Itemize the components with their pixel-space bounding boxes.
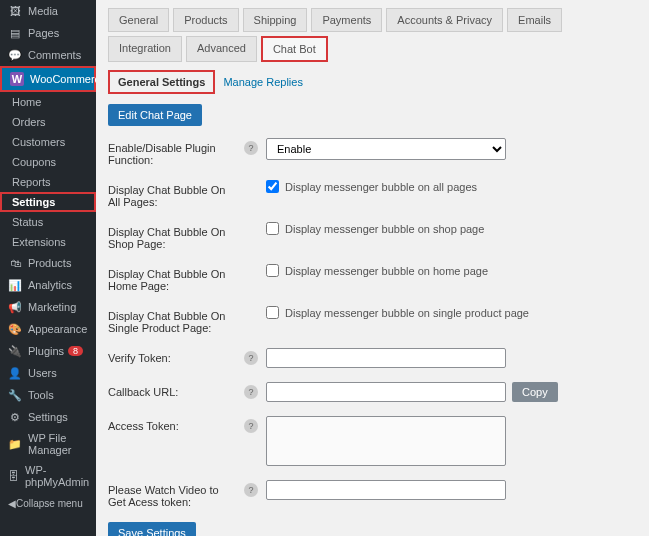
db-icon: 🗄	[8, 469, 19, 483]
sidebar-item-label: Analytics	[28, 279, 72, 291]
sidebar-sub-coupons[interactable]: Coupons	[0, 152, 96, 172]
sidebar-item-label: WP File Manager	[28, 432, 88, 456]
subtab-manage-replies[interactable]: Manage Replies	[215, 72, 311, 92]
sidebar-item-tools[interactable]: 🔧Tools	[0, 384, 96, 406]
tab-chatbot[interactable]: Chat Bot	[261, 36, 328, 62]
tools-icon: 🔧	[8, 388, 22, 402]
woocommerce-icon: W	[10, 72, 24, 86]
cb-label-single: Display messenger bubble on single produ…	[285, 307, 529, 319]
sidebar-sub-home[interactable]: Home	[0, 92, 96, 112]
sidebar-item-label: Media	[28, 5, 58, 17]
users-icon: 👤	[8, 366, 22, 380]
sidebar-item-label: Users	[28, 367, 57, 379]
label-enable: Enable/Disable Plugin Function:	[108, 138, 238, 166]
sidebar-item-label: Appearance	[28, 323, 87, 335]
sidebar-item-comments[interactable]: 💬Comments	[0, 44, 96, 66]
save-settings-button[interactable]: Save Settings	[108, 522, 196, 536]
label-callback: Callback URL:	[108, 382, 238, 398]
tab-emails[interactable]: Emails	[507, 8, 562, 32]
sidebar-item-marketing[interactable]: 📢Marketing	[0, 296, 96, 318]
tab-general[interactable]: General	[108, 8, 169, 32]
sidebar-sub-settings[interactable]: Settings	[0, 192, 96, 212]
sidebar-item-wpfilemanager[interactable]: 📁WP File Manager	[0, 428, 96, 460]
pages-icon: ▤	[8, 26, 22, 40]
sidebar-item-label: Pages	[28, 27, 59, 39]
admin-sidebar: 🖾Media ▤Pages 💬Comments WWooCommerce Hom…	[0, 0, 96, 536]
checkbox-shop[interactable]	[266, 222, 279, 235]
sidebar-sub-reports[interactable]: Reports	[0, 172, 96, 192]
file-icon: 📁	[8, 437, 22, 451]
checkbox-home[interactable]	[266, 264, 279, 277]
tab-accounts[interactable]: Accounts & Privacy	[386, 8, 503, 32]
sidebar-item-products[interactable]: 🛍Products	[0, 252, 96, 274]
sidebar-item-plugins[interactable]: 🔌Plugins8	[0, 340, 96, 362]
sidebar-item-analytics[interactable]: 📊Analytics	[0, 274, 96, 296]
label-allpages: Display Chat Bubble On All Pages:	[108, 180, 238, 208]
sidebar-sub-orders[interactable]: Orders	[0, 112, 96, 132]
sidebar-item-users[interactable]: 👤Users	[0, 362, 96, 384]
collapse-menu[interactable]: ◀Collapse menu	[0, 492, 96, 515]
help-icon[interactable]: ?	[244, 351, 258, 365]
checkbox-single[interactable]	[266, 306, 279, 319]
sidebar-item-appearance[interactable]: 🎨Appearance	[0, 318, 96, 340]
label-single: Display Chat Bubble On Single Product Pa…	[108, 306, 238, 334]
appearance-icon: 🎨	[8, 322, 22, 336]
copy-button[interactable]: Copy	[512, 382, 558, 402]
help-icon[interactable]: ?	[244, 385, 258, 399]
verify-token-input[interactable]	[266, 348, 506, 368]
tab-products[interactable]: Products	[173, 8, 238, 32]
help-icon[interactable]: ?	[244, 419, 258, 433]
help-icon[interactable]: ?	[244, 483, 258, 497]
marketing-icon: 📢	[8, 300, 22, 314]
subtab-general-settings[interactable]: General Settings	[108, 70, 215, 94]
comments-icon: 💬	[8, 48, 22, 62]
label-access: Access Token:	[108, 416, 238, 432]
cb-label-home: Display messenger bubble on home page	[285, 265, 488, 277]
label-home: Display Chat Bubble On Home Page:	[108, 264, 238, 292]
sidebar-item-label: Products	[28, 257, 71, 269]
sidebar-sub-extensions[interactable]: Extensions	[0, 232, 96, 252]
sidebar-item-label: WooCommerce	[30, 73, 96, 85]
cb-label-shop: Display messenger bubble on shop page	[285, 223, 484, 235]
sidebar-item-label: Plugins	[28, 345, 64, 357]
settings-tabs: General Products Shipping Payments Accou…	[108, 8, 637, 62]
tab-shipping[interactable]: Shipping	[243, 8, 308, 32]
sidebar-item-pages[interactable]: ▤Pages	[0, 22, 96, 44]
label-verify: Verify Token:	[108, 348, 238, 364]
enable-select[interactable]: Enable	[266, 138, 506, 160]
sidebar-item-label: Comments	[28, 49, 81, 61]
label-video: Please Watch Video to Get Acess token:	[108, 480, 238, 508]
label-shop: Display Chat Bubble On Shop Page:	[108, 222, 238, 250]
sidebar-item-media[interactable]: 🖾Media	[0, 0, 96, 22]
settings-icon: ⚙	[8, 410, 22, 424]
sub-tabs: General Settings Manage Replies	[108, 70, 637, 94]
sidebar-sub-status[interactable]: Status	[0, 212, 96, 232]
access-token-input[interactable]	[266, 416, 506, 466]
edit-chat-page-button[interactable]: Edit Chat Page	[108, 104, 202, 126]
sidebar-item-label: Settings	[28, 411, 68, 423]
analytics-icon: 📊	[8, 278, 22, 292]
plugins-icon: 🔌	[8, 344, 22, 358]
sidebar-item-label: Tools	[28, 389, 54, 401]
sidebar-item-settings[interactable]: ⚙Settings	[0, 406, 96, 428]
tab-integration[interactable]: Integration	[108, 36, 182, 62]
video-input[interactable]	[266, 480, 506, 500]
sidebar-item-phpmyadmin[interactable]: 🗄WP-phpMyAdmin	[0, 460, 96, 492]
cb-label-allpages: Display messenger bubble on all pages	[285, 181, 477, 193]
products-icon: 🛍	[8, 256, 22, 270]
main-content: General Products Shipping Payments Accou…	[96, 0, 649, 536]
sidebar-sub-customers[interactable]: Customers	[0, 132, 96, 152]
sidebar-item-woocommerce[interactable]: WWooCommerce	[0, 66, 96, 92]
plugins-badge: 8	[68, 346, 83, 356]
sidebar-item-label: WP-phpMyAdmin	[25, 464, 89, 488]
tab-payments[interactable]: Payments	[311, 8, 382, 32]
checkbox-allpages[interactable]	[266, 180, 279, 193]
help-icon[interactable]: ?	[244, 141, 258, 155]
collapse-icon: ◀	[8, 498, 16, 509]
media-icon: 🖾	[8, 4, 22, 18]
tab-advanced[interactable]: Advanced	[186, 36, 257, 62]
callback-url-input[interactable]	[266, 382, 506, 402]
sidebar-item-label: Marketing	[28, 301, 76, 313]
